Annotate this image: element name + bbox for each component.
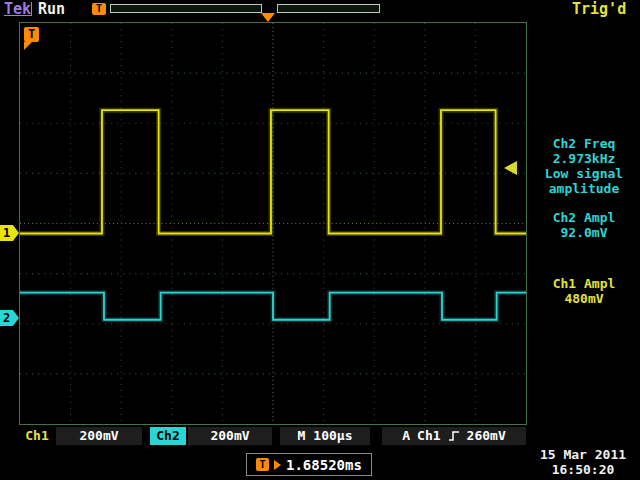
measurement-ch2-freq: Ch2 Freq 2.973kHz Low signal amplitude [528,136,640,196]
ch1-ground-marker: 1 [0,225,19,241]
measurement-warning-line1: Low signal [528,166,640,181]
trigger-level-value: 260mV [467,427,506,445]
ch2-ground-marker: 2 [0,310,19,326]
trigger-position-arrow-right-icon [274,460,281,470]
date-display: 15 Mar 2011 [526,447,640,462]
measurement-ch1-ampl: Ch1 Ampl 480mV [528,276,640,306]
trigger-status: Trig'd [572,0,626,18]
trigger-marker-icon: T [92,3,106,15]
measurement-label: Ch2 Ampl [528,210,640,225]
measurement-label: Ch1 Ampl [528,276,640,291]
measurement-ch2-ampl: Ch2 Ampl 92.0mV [528,210,640,240]
measurement-value: 92.0mV [528,225,640,240]
time-display: 16:50:20 [526,462,640,477]
trigger-position-t-icon: T [256,458,269,471]
graticule [19,22,527,425]
ch2-waveform [20,293,526,320]
trigger-source: Ch1 [417,427,440,445]
trigger-position-arrow-icon [261,13,275,22]
measurement-value: 2.973kHz [528,151,640,166]
acquisition-status: Run [38,0,65,18]
rising-edge-icon [448,429,460,443]
ch1-waveform-glow [20,110,526,233]
measurement-warning-line2: amplitude [528,181,640,196]
oscilloscope-screen: Tek Run T Trig'd T [0,0,640,480]
ch2-readout-label: Ch2 [150,427,186,445]
measurement-label: Ch2 Freq [528,136,640,151]
record-view-bar-right [277,4,380,13]
timebase-value: 100µs [313,427,352,445]
trigger-position-readout: T 1.68520ms [246,453,372,476]
trigger-t-marker: T [24,27,39,42]
ch2-scale-readout: 200mV [188,427,272,445]
timebase-readout: M 100µs [280,427,370,445]
trigger-level-arrow-icon [504,161,517,175]
brand-divider [31,2,32,16]
ch1-scale-readout: 200mV [56,427,142,445]
record-view-bar-left [110,4,262,13]
ch1-readout-label: Ch1 [20,427,54,445]
trigger-readout: A Ch1 260mV [382,427,526,445]
trigger-mode: A [402,427,410,445]
trigger-position-value: 1.68520ms [286,457,362,473]
timebase-label: M [298,427,306,445]
waveform-display [20,23,526,424]
measurement-value: 480mV [528,291,640,306]
trigger-t-marker-tail-icon [24,42,32,50]
tek-logo: Tek [4,0,31,18]
